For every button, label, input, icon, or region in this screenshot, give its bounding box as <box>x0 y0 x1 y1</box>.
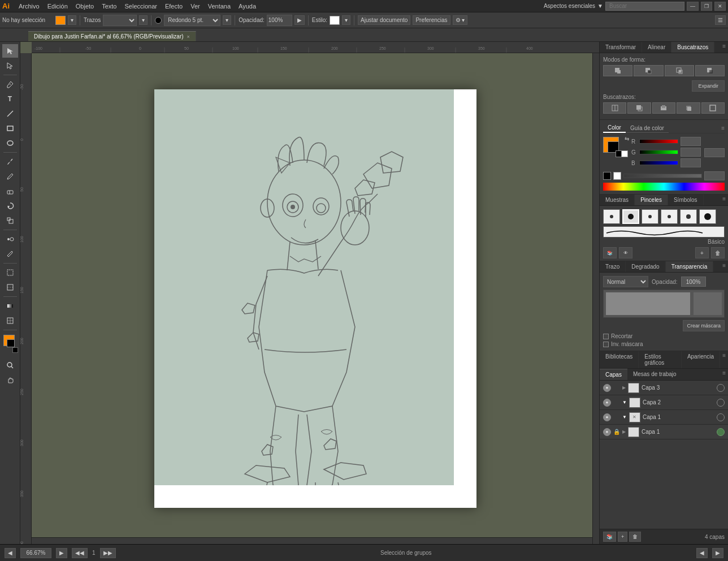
tab-trazo[interactable]: Trazo <box>600 261 626 272</box>
delete-layer-btn[interactable]: 🗑 <box>629 532 641 542</box>
b-value-input[interactable] <box>681 158 701 167</box>
tab-capas[interactable]: Capas <box>600 369 627 380</box>
color-spectrum-bar[interactable] <box>603 183 725 191</box>
layer-capa2-target[interactable] <box>717 399 725 407</box>
layer-capa1a-target[interactable] <box>717 413 725 421</box>
artboard-tool-btn[interactable] <box>2 266 18 279</box>
nav-next-btn[interactable]: ▶ <box>56 548 67 558</box>
extra-options-btn[interactable]: ⚙ ▾ <box>453 15 468 25</box>
layer-library-btn[interactable]: 📚 <box>603 532 616 542</box>
layer-row-capa2[interactable]: ● ▼ Capa 2 <box>600 395 728 410</box>
eraser-tool-btn[interactable] <box>2 184 18 198</box>
timeline-play-btn[interactable]: ▶ <box>712 548 723 558</box>
invert-checkbox[interactable] <box>603 342 609 347</box>
search-input[interactable] <box>605 2 684 11</box>
pencil-tool-btn[interactable] <box>2 170 18 183</box>
opacity-mini-slider[interactable] <box>623 174 702 178</box>
new-layer-btn[interactable]: + <box>618 532 627 542</box>
blend-tool-btn[interactable] <box>2 232 18 246</box>
layers-panel-options-icon[interactable]: ≡ <box>720 369 728 380</box>
menu-ayuda[interactable]: Ayuda <box>235 2 259 11</box>
divide-btn[interactable] <box>603 102 626 114</box>
brush-item-2[interactable] <box>622 209 639 224</box>
restore-button[interactable]: ❐ <box>701 2 712 11</box>
close-button[interactable]: ✕ <box>714 2 726 11</box>
minimize-button[interactable]: — <box>687 2 699 11</box>
menu-objeto[interactable]: Objeto <box>72 2 97 11</box>
adjust-document-btn[interactable]: Ajustar documento <box>358 15 410 25</box>
menu-seleccionar[interactable]: Seleccionar <box>121 2 160 11</box>
r-value-input[interactable] <box>681 137 701 146</box>
timeline-prev-btn[interactable]: ◀ <box>696 548 708 558</box>
zoom-input[interactable] <box>20 548 51 558</box>
brush-preview-btn[interactable]: 👁 <box>619 247 632 258</box>
pen-tool-btn[interactable] <box>2 77 18 91</box>
menu-archivo[interactable]: Archivo <box>15 2 43 11</box>
eyedropper-tool-btn[interactable] <box>2 247 18 261</box>
blend-mode-select[interactable]: Normal <box>603 276 648 287</box>
layer-capa1b-lock-icon[interactable]: 🔒 <box>613 429 620 435</box>
layer-capa2-expand[interactable]: ▼ <box>622 400 627 405</box>
brush-select[interactable]: Redondo 5 pt. <box>164 15 220 26</box>
layer-capa3-target[interactable] <box>717 384 725 392</box>
tab-simbolos[interactable]: Símbolos <box>668 195 704 205</box>
tab-transformar[interactable]: Transformar <box>600 42 642 53</box>
tab-alinear[interactable]: Alinear <box>642 42 671 53</box>
default-white-icon[interactable] <box>621 150 628 157</box>
brushes-options-icon[interactable]: ≡ <box>720 195 728 205</box>
swap-colors-icon[interactable]: ⇆ <box>625 136 629 142</box>
g-slider[interactable] <box>639 150 678 154</box>
layer-capa1a-expand[interactable]: ▼ <box>622 415 627 420</box>
workspace-dropdown-icon[interactable]: ▼ <box>597 3 603 9</box>
color-panel-options-icon[interactable]: ≡ <box>721 125 725 131</box>
stroke-swatch[interactable] <box>7 339 15 347</box>
tab-pinceles[interactable]: Pinceles <box>635 195 668 205</box>
expand-button[interactable]: Expandir <box>692 80 725 92</box>
layer-capa1b-visibility[interactable]: ● <box>603 428 611 436</box>
brush-tool-btn[interactable] <box>2 155 18 169</box>
minus-front-btn[interactable] <box>634 65 663 76</box>
tab-muestras[interactable]: Muestras <box>600 195 635 205</box>
style-swatch[interactable] <box>330 16 340 25</box>
brush-item-6[interactable] <box>699 209 716 224</box>
exclude-btn[interactable] <box>695 65 725 76</box>
tab-bibliotecas[interactable]: Bibliotecas <box>600 351 639 368</box>
tab-degradado[interactable]: Degradado <box>626 261 665 272</box>
color-tab-guide[interactable]: Guía de color <box>626 124 669 133</box>
document-tab[interactable]: Dibujo para Justin Farfan.ai* al 66,67% … <box>28 31 196 41</box>
menu-efecto[interactable]: Efecto <box>162 2 186 11</box>
clip-checkbox[interactable] <box>603 334 609 339</box>
rotate-tool-btn[interactable] <box>2 199 18 213</box>
brush-options-btn[interactable]: ▾ <box>223 15 231 25</box>
horizontal-scrollbar[interactable] <box>32 537 592 544</box>
trazo-select[interactable] <box>103 15 137 26</box>
opacity-increase-btn[interactable]: ▶ <box>294 15 305 25</box>
type-tool-btn[interactable]: T <box>2 92 18 106</box>
trim-btn[interactable] <box>627 102 651 114</box>
hex-color-input[interactable] <box>704 148 725 157</box>
rect-tool-btn[interactable] <box>2 122 18 135</box>
hand-tool-btn[interactable] <box>2 373 18 387</box>
tab-estilos-graficos[interactable]: Estilos gráficos <box>639 351 682 368</box>
tab-mesas-trabajo[interactable]: Mesas de trabajo <box>627 369 682 380</box>
panel-options-icon[interactable]: ≡ <box>720 42 728 53</box>
menu-ver[interactable]: Ver <box>187 2 203 11</box>
g-value-input[interactable] <box>681 148 701 157</box>
artboard-next-btn[interactable]: ▶▶ <box>100 548 116 558</box>
r-slider[interactable] <box>639 139 678 144</box>
menu-edicion[interactable]: Edición <box>44 2 71 11</box>
layer-row-capa3[interactable]: ● ▶ Capa 3 <box>600 381 728 395</box>
vertical-scrollbar[interactable] <box>592 53 599 544</box>
tab-buscatrazos[interactable]: Buscatrazos <box>671 42 714 53</box>
brush-item-3[interactable] <box>642 209 658 224</box>
brush-item-4[interactable] <box>661 209 678 224</box>
new-brush-btn[interactable]: + <box>695 247 709 258</box>
layer-capa3-expand[interactable]: ▶ <box>622 385 626 390</box>
layers-options-icon[interactable]: ≡ <box>720 351 728 368</box>
layer-row-capa1-a[interactable]: ● ▼ ✕ Capa 1 <box>600 410 728 425</box>
create-mask-btn[interactable]: Crear máscara <box>683 320 725 331</box>
color-tab-color[interactable]: Color <box>603 123 626 133</box>
crop-btn[interactable] <box>677 102 700 114</box>
layer-row-capa1-b[interactable]: ● 🔒 ▶ Capa 1 <box>600 425 728 439</box>
menu-texto[interactable]: Texto <box>98 2 120 11</box>
